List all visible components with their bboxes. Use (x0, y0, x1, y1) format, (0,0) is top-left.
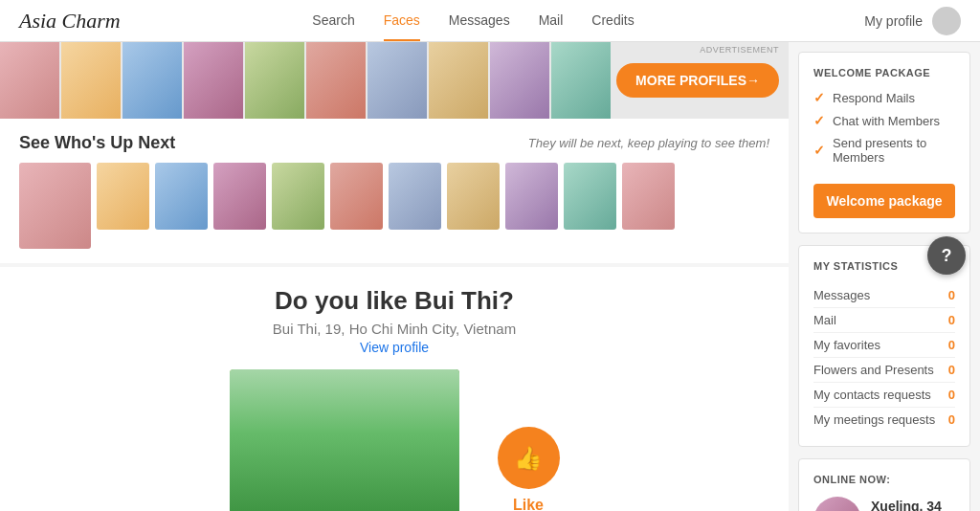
advertisement-label: ADVERTISEMENT (700, 45, 779, 55)
next-photo-7[interactable] (389, 163, 441, 230)
stat-value-messages: 0 (948, 288, 955, 302)
next-photo-9[interactable] (505, 163, 558, 230)
main-profile-photo (230, 369, 459, 511)
see-next-header: See Who's Up Next They will be next, kee… (19, 133, 769, 153)
stat-row-messages: Messages 0 (813, 283, 955, 308)
see-next-photo-strip (19, 163, 769, 249)
like-content: 👍 Like (19, 369, 769, 511)
check-icon-1: ✓ (813, 90, 825, 105)
stat-label-flowers: Flowers and Presents (813, 363, 934, 377)
see-next-subtitle: They will be next, keep playing to see t… (528, 136, 769, 150)
stat-value-flowers: 0 (948, 363, 955, 377)
banner-photo-5 (245, 42, 304, 119)
check-icon-2: ✓ (813, 113, 825, 128)
nav-faces[interactable]: Faces (384, 1, 420, 41)
main-layout: ADVERTISEMENT MORE PROFILES→ See Who's U… (0, 42, 980, 511)
welcome-item-label-2: Chat with Members (833, 114, 940, 128)
stat-row-flowers: Flowers and Presents 0 (813, 358, 955, 383)
nav-mail[interactable]: Mail (539, 1, 564, 41)
stat-value-favorites: 0 (948, 338, 955, 352)
center-content: ADVERTISEMENT MORE PROFILES→ See Who's U… (0, 42, 789, 511)
more-profiles-button[interactable]: MORE PROFILES→ (616, 63, 779, 98)
next-photo-2[interactable] (97, 163, 149, 230)
header: Asia Charm Search Faces Messages Mail Cr… (0, 0, 980, 42)
online-name-1: Xueling, 34 (871, 499, 955, 511)
stat-label-contacts: My contacts requests (813, 388, 931, 402)
welcome-item-label-3: Send presents to Members (833, 136, 955, 165)
main-nav: Search Faces Messages Mail Credits (82, 1, 865, 41)
next-photo-11[interactable] (622, 163, 675, 230)
nav-credits[interactable]: Credits (591, 1, 634, 41)
welcome-item-3: ✓ Send presents to Members (813, 136, 955, 165)
avatar[interactable] (932, 7, 961, 35)
stat-row-meetings: My meetings requests 0 (813, 408, 955, 432)
help-button[interactable]: ? (927, 236, 966, 275)
welcome-item-2: ✓ Chat with Members (813, 113, 955, 128)
profile-banner: ADVERTISEMENT MORE PROFILES→ (0, 42, 789, 119)
stat-row-favorites: My favorites 0 (813, 333, 955, 358)
nav-search[interactable]: Search (312, 1, 354, 41)
banner-photo-10 (551, 42, 611, 119)
like-button-container: 👍 Like (498, 369, 560, 511)
profile-photo-inner (230, 369, 459, 511)
stat-row-mail: Mail 0 (813, 308, 955, 333)
next-photo-4[interactable] (213, 163, 266, 230)
banner-photo-9 (490, 42, 549, 119)
stat-value-mail: 0 (948, 313, 955, 327)
banner-photo-1 (0, 42, 59, 119)
banner-photo-4 (184, 42, 243, 119)
stat-row-contacts: My contacts requests 0 (813, 383, 955, 408)
online-avatar-1 (813, 497, 861, 511)
stat-label-mail: Mail (813, 313, 836, 327)
banner-photo-6 (306, 42, 366, 119)
like-question: Do you like Bui Thi? (19, 286, 769, 316)
banner-photo-8 (429, 42, 488, 119)
sidebar: WELCOME PACKAGE ✓ Respond Mails ✓ Chat w… (789, 42, 980, 511)
nav-messages[interactable]: Messages (449, 1, 510, 41)
welcome-item-1: ✓ Respond Mails (813, 90, 955, 105)
like-button[interactable]: 👍 (498, 427, 560, 489)
see-next-section: See Who's Up Next They will be next, kee… (0, 119, 789, 263)
online-info-1: Xueling, 34 Huizhou, China 📷 10 photos (871, 499, 955, 511)
welcome-package-card: WELCOME PACKAGE ✓ Respond Mails ✓ Chat w… (798, 52, 970, 233)
view-profile-link[interactable]: View profile (360, 340, 429, 355)
stat-value-contacts: 0 (948, 388, 955, 402)
my-profile-link[interactable]: My profile (864, 13, 923, 29)
online-now-title: ONLINE NOW: (813, 474, 955, 485)
like-section: Do you like Bui Thi? Bui Thi, 19, Ho Chi… (0, 267, 789, 511)
welcome-package-button[interactable]: Welcome package (813, 184, 955, 218)
statistics-card: MY STATISTICS Messages 0 Mail 0 My favor… (798, 245, 970, 447)
banner-photo-3 (122, 42, 182, 119)
check-icon-3: ✓ (813, 143, 825, 158)
next-photo-6[interactable] (330, 163, 383, 230)
welcome-package-title: WELCOME PACKAGE (813, 67, 955, 78)
like-label: Like (513, 497, 544, 511)
like-subtitle: Bui Thi, 19, Ho Chi Minh City, Vietnam (19, 321, 769, 337)
stat-label-favorites: My favorites (813, 338, 880, 352)
next-photo-featured-1[interactable] (19, 163, 91, 249)
stat-label-meetings: My meetings requests (813, 412, 935, 427)
banner-photo-7 (368, 42, 427, 119)
stat-label-messages: Messages (813, 288, 870, 302)
see-next-title: See Who's Up Next (19, 133, 175, 153)
next-photo-3[interactable] (155, 163, 208, 230)
thumbs-up-icon: 👍 (514, 445, 543, 472)
header-right: My profile (864, 7, 961, 35)
next-photo-10[interactable] (564, 163, 616, 230)
stat-value-meetings: 0 (948, 412, 955, 427)
banner-photo-2 (61, 42, 121, 119)
next-photo-8[interactable] (447, 163, 500, 230)
next-photo-5[interactable] (272, 163, 324, 230)
online-now-card: ONLINE NOW: Xueling, 34 Huizhou, China 📷… (798, 458, 970, 511)
welcome-item-label-1: Respond Mails (833, 91, 915, 105)
online-user-1[interactable]: Xueling, 34 Huizhou, China 📷 10 photos (813, 497, 955, 511)
